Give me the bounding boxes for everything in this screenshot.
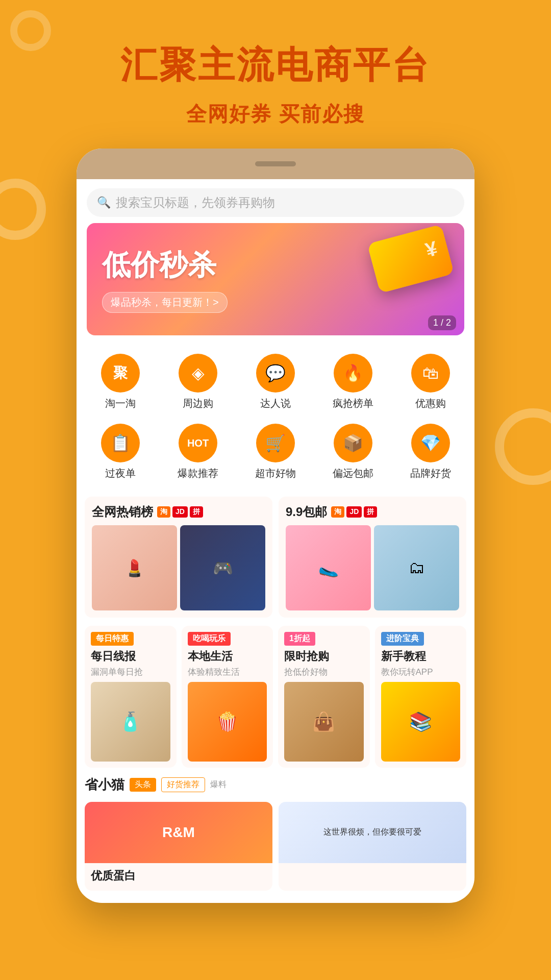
feature-card-daily[interactable]: 每日特惠 每日线报 漏洞单每日抢 🧴 — [85, 626, 177, 768]
feature-tag-daily: 每日特惠 — [91, 632, 134, 646]
hot-card-bestseller-title: 全网热销榜 — [92, 504, 153, 520]
feature-card-limited[interactable]: 1折起 限时抢购 抢低价好物 👜 — [278, 626, 370, 768]
phone-topbar-dot — [255, 161, 296, 166]
hot-card-99free-title: 9.9包邮 — [286, 504, 327, 520]
hot-card-bestseller-images: 💄 🎮 — [92, 525, 265, 610]
news-tag-good[interactable]: 好货推荐 — [161, 777, 205, 792]
feature-tag-tutorial: 进阶宝典 — [381, 632, 424, 646]
feature-card-limited-sub: 抢低价好物 — [284, 666, 364, 678]
news-title: 省小猫 — [85, 776, 124, 794]
feature-card-local-title: 本地生活 — [188, 649, 267, 664]
feature-card-limited-title: 限时抢购 — [284, 649, 364, 664]
banner-tag: 爆品秒杀，每日更新！> — [102, 292, 228, 313]
category-icon-expert: 💬 — [256, 354, 295, 393]
feature-card-local-img: 🍿 — [188, 682, 267, 762]
category-item-hotpick[interactable]: HOT 爆款推荐 — [159, 419, 237, 488]
bottom-products: R&M 优质蛋白 这世界很烦，但你要很可爱 — [85, 802, 466, 891]
platform-badges-bestseller: 淘 JD 拼 — [157, 506, 203, 518]
category-icon-tao: 聚 — [101, 354, 140, 393]
feature-card-local-sub: 体验精致生活 — [188, 666, 267, 678]
hero-title: 汇聚主流电商平台 — [20, 41, 531, 90]
search-bar[interactable]: 🔍 搜索宝贝标题，先领券再购物 — [87, 188, 464, 217]
category-item-expert[interactable]: 💬 达人说 — [237, 349, 314, 419]
badge-pdd: 拼 — [190, 506, 203, 518]
feature-card-local[interactable]: 吃喝玩乐 本地生活 体验精致生活 🍿 — [182, 626, 273, 768]
feature-card-tutorial-title: 新手教程 — [381, 649, 461, 664]
hot-img-cosmetic: 💄 — [92, 525, 177, 610]
badge-taobao: 淘 — [157, 506, 170, 518]
search-bar-wrapper: 🔍 搜索宝贝标题，先领券再购物 — [77, 179, 474, 223]
feature-card-daily-img: 🧴 — [91, 682, 170, 762]
search-icon: 🔍 — [97, 196, 111, 209]
feature-card-limited-img: 👜 — [284, 682, 364, 762]
category-item-brand[interactable]: 💎 品牌好货 — [392, 419, 469, 488]
category-icon-overnight: 📋 — [101, 424, 140, 462]
category-icon-hotpick: HOT — [179, 424, 217, 462]
banner-left: 低价秒杀 爆品秒杀，每日更新！> — [102, 246, 337, 313]
category-label-market: 超市好物 — [255, 467, 296, 480]
phone-topbar — [77, 149, 474, 179]
banner-card-illustration — [367, 224, 455, 293]
banner-page-indicator: 1 / 2 — [428, 315, 456, 330]
hot-img-slipper: 🥿 — [286, 525, 371, 610]
badge-jd-2: JD — [346, 506, 362, 518]
product-banner-book: 这世界很烦，但你要很可爱 — [279, 802, 466, 863]
category-label-nearby: 周边购 — [183, 397, 213, 410]
category-item-remote[interactable]: 📦 偏远包邮 — [314, 419, 392, 488]
badge-pdd-2: 拼 — [364, 506, 377, 518]
category-item-rush[interactable]: 🔥 疯抢榜单 — [314, 349, 392, 419]
category-item-nearby[interactable]: ◈ 周边购 — [159, 349, 237, 419]
category-icon-deal: 🛍 — [411, 354, 450, 393]
hot-img-storage: 🗂 — [374, 525, 459, 610]
hot-img-game: 🎮 — [180, 525, 265, 610]
feature-card-tutorial-sub: 教你玩转APP — [381, 666, 461, 678]
category-item-tao[interactable]: 聚 淘一淘 — [82, 349, 159, 419]
feature-card-tutorial[interactable]: 进阶宝典 新手教程 教你玩转APP 📚 — [375, 626, 467, 768]
category-item-market[interactable]: 🛒 超市好物 — [237, 419, 314, 488]
page-wrapper: 汇聚主流电商平台 全网好券 买前必搜 🔍 搜索宝贝标题，先领券再购物 低价秒杀 … — [0, 0, 551, 980]
news-header: 省小猫 头条 好货推荐 爆料 — [85, 776, 466, 794]
category-label-deal: 优惠购 — [415, 397, 446, 410]
product-info-protein: 优质蛋白 — [85, 863, 272, 891]
product-brand-protein: R&M — [162, 824, 195, 841]
category-label-brand: 品牌好货 — [410, 467, 451, 480]
phone-mockup: 🔍 搜索宝贝标题，先领券再购物 低价秒杀 爆品秒杀，每日更新！> 1 / 2 聚… — [77, 149, 474, 903]
product-name-protein: 优质蛋白 — [91, 868, 266, 884]
banner-right — [337, 228, 449, 330]
hero-section: 汇聚主流电商平台 全网好券 买前必搜 — [0, 0, 551, 149]
deco-circle-right — [495, 408, 551, 485]
hot-card-bestseller[interactable]: 全网热销榜 淘 JD 拼 💄 🎮 — [85, 497, 272, 618]
category-icon-remote: 📦 — [334, 424, 372, 462]
category-label-remote: 偏远包邮 — [333, 467, 373, 480]
bottom-product-card-protein[interactable]: R&M 优质蛋白 — [85, 802, 272, 891]
banner[interactable]: 低价秒杀 爆品秒杀，每日更新！> 1 / 2 — [87, 223, 464, 335]
category-label-expert: 达人说 — [260, 397, 291, 410]
category-item-deal[interactable]: 🛍 优惠购 — [392, 349, 469, 419]
hot-card-bestseller-header: 全网热销榜 淘 JD 拼 — [92, 504, 265, 520]
hero-subtitle: 全网好券 买前必搜 — [20, 100, 531, 128]
news-section: 省小猫 头条 好货推荐 爆料 — [85, 776, 466, 794]
badge-taobao-2: 淘 — [331, 506, 344, 518]
feature-card-daily-title: 每日线报 — [91, 649, 170, 664]
category-grid-row1: 聚 淘一淘 ◈ 周边购 💬 达人说 🔥 疯抢榜单 🛍 优惠购 — [77, 344, 474, 419]
category-label-rush: 疯抢榜单 — [333, 397, 373, 410]
category-icon-brand: 💎 — [411, 424, 450, 462]
category-icon-market: 🛒 — [256, 424, 295, 462]
platform-badges-99free: 淘 JD 拼 — [331, 506, 377, 518]
category-icon-nearby: ◈ — [179, 354, 217, 393]
category-label-hotpick: 爆款推荐 — [178, 467, 218, 480]
category-item-overnight[interactable]: 📋 过夜单 — [82, 419, 159, 488]
bottom-product-card-book[interactable]: 这世界很烦，但你要很可爱 — [279, 802, 466, 891]
product-banner-protein: R&M — [85, 802, 272, 863]
news-tag-head[interactable]: 头条 — [130, 778, 156, 792]
banner-content: 低价秒杀 爆品秒杀，每日更新！> — [87, 223, 464, 335]
hot-card-99free[interactable]: 9.9包邮 淘 JD 拼 🥿 🗂 — [279, 497, 466, 618]
badge-jd: JD — [172, 506, 188, 518]
feature-card-tutorial-img: 📚 — [381, 682, 461, 762]
hot-sections: 全网热销榜 淘 JD 拼 💄 🎮 — [85, 497, 466, 618]
category-grid-row2: 📋 过夜单 HOT 爆款推荐 🛒 超市好物 📦 偏远包邮 💎 品牌好货 — [77, 419, 474, 497]
deco-circle-topleft — [10, 10, 51, 51]
deco-circle-left — [0, 179, 46, 240]
news-tag-exp[interactable]: 爆料 — [210, 779, 227, 790]
category-label-overnight: 过夜单 — [105, 467, 136, 480]
